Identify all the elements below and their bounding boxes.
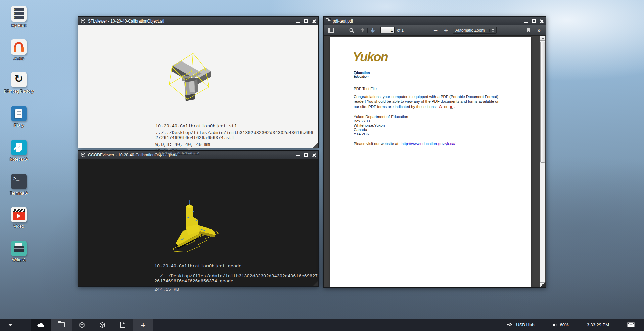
clock-status[interactable]: 3:33:29 PM bbox=[587, 322, 609, 327]
close-button[interactable] bbox=[540, 19, 544, 23]
logo-education-fr: Éducation bbox=[354, 75, 368, 78]
pdf-document-icon bbox=[326, 18, 330, 24]
stl-filename: 10-20-40-CalibrationObject.stl bbox=[155, 124, 237, 129]
cloud-icon bbox=[37, 322, 45, 328]
address-line: Yukon Department of Education bbox=[354, 115, 408, 119]
desktop-icon-video[interactable]: Video bbox=[3, 207, 35, 229]
more-tools-button[interactable]: » bbox=[535, 26, 543, 34]
gcode-render-area[interactable]: 10-20-40-CalibrationObject.gcode ../../D… bbox=[78, 159, 318, 286]
maximize-button[interactable] bbox=[304, 153, 308, 157]
gcode-filename: 10-20-40-CalibrationObject.gcode bbox=[154, 264, 241, 269]
resize-grip[interactable] bbox=[540, 282, 546, 287]
terminal-icon: >_ bbox=[11, 174, 27, 189]
book-icon bbox=[11, 106, 27, 121]
resize-grip[interactable] bbox=[313, 142, 318, 148]
usb-status[interactable]: USB Hub bbox=[507, 322, 534, 327]
resize-grip[interactable] bbox=[313, 281, 318, 286]
search-button[interactable] bbox=[348, 26, 355, 34]
zoom-in-button[interactable]: + bbox=[442, 26, 450, 34]
search-icon bbox=[349, 28, 354, 33]
page-down-button[interactable] bbox=[369, 26, 376, 34]
taskbar: + USB Hub 60% 3:33:29 PM bbox=[0, 319, 644, 331]
stl-path-line2: 2726174696f6e4f626a656374.stl bbox=[155, 135, 234, 140]
select-spinner-icon bbox=[489, 29, 494, 32]
clapperboard-icon bbox=[11, 207, 27, 222]
close-button[interactable] bbox=[312, 153, 316, 157]
zoom-level-select[interactable]: Automatic Zoom bbox=[453, 27, 497, 34]
taskbar-stlviewer-button[interactable] bbox=[72, 319, 92, 331]
plus-icon: + bbox=[140, 321, 146, 329]
taskbar-pdfviewer-button[interactable] bbox=[112, 319, 133, 331]
address-line: Canada bbox=[354, 128, 408, 132]
pdf-viewer-window: pdf-test.pdf bbox=[323, 16, 546, 288]
stl-viewer-window: STLviewer - 10-20-40-CalibrationObject.s… bbox=[78, 16, 319, 148]
pdf-window-titlebar[interactable]: pdf-test.pdf bbox=[324, 17, 546, 25]
minus-icon: − bbox=[433, 27, 438, 33]
page-up-button[interactable] bbox=[359, 26, 366, 34]
doc-paragraph: Congratulations, your computer is equipp… bbox=[354, 94, 505, 109]
address-line: Y1A 2C6 bbox=[354, 132, 408, 136]
desktop-icon-my-host[interactable]: My Host bbox=[3, 6, 35, 28]
sidebar-toggle-button[interactable] bbox=[327, 26, 334, 34]
desktop-icon-filary[interactable]: Filary bbox=[3, 106, 35, 128]
doc-website-line: Please visit our website at: http://www.… bbox=[354, 141, 455, 146]
pdf-toolbar: of 1 − + Automatic Zoom » bbox=[324, 25, 546, 36]
bookmark-icon bbox=[526, 28, 531, 33]
icon-label: Video bbox=[3, 224, 35, 229]
zoom-out-button[interactable]: − bbox=[432, 26, 439, 34]
sidebar-toggle-icon bbox=[328, 28, 334, 33]
icon-label: My Host bbox=[3, 23, 35, 28]
icon-label: 10-20-40-Ca bbox=[177, 151, 201, 155]
address-line: Whitehorse,Yukon bbox=[354, 123, 408, 128]
bookmark-button[interactable] bbox=[525, 26, 532, 34]
gcode-path-line1: ../../Desktop/files/admin/inith31302d323… bbox=[154, 274, 318, 279]
icon-label: Audio bbox=[3, 56, 35, 61]
volume-label: 60% bbox=[560, 322, 568, 327]
taskbar-new-button[interactable]: + bbox=[133, 319, 153, 331]
minimize-button[interactable] bbox=[296, 22, 300, 23]
website-link[interactable]: http://www.education.gov.yk.ca/ bbox=[402, 142, 455, 146]
volume-status[interactable]: 60% bbox=[552, 322, 568, 327]
minimize-button[interactable] bbox=[524, 22, 528, 23]
arrow-down-icon bbox=[370, 28, 375, 33]
icon-label: TerminalA bbox=[3, 191, 35, 196]
taskbar-collapse-button[interactable] bbox=[0, 319, 20, 331]
icon-label: Filary bbox=[3, 123, 35, 128]
icon-label: NotepadA bbox=[3, 157, 35, 162]
taskbar-files-button[interactable] bbox=[51, 319, 72, 331]
stl-window-titlebar[interactable]: STLviewer - 10-20-40-CalibrationObject.s… bbox=[78, 17, 318, 25]
usb-label: USB Hub bbox=[516, 322, 534, 327]
maximize-button[interactable] bbox=[532, 19, 536, 23]
scrollbar-thumb[interactable] bbox=[540, 42, 545, 163]
pdf-content-area[interactable]: Yukon Education Éducation PDF Test File … bbox=[324, 36, 546, 287]
desktop-icon-writera[interactable]: WriterA bbox=[3, 241, 35, 262]
maximize-button[interactable] bbox=[304, 19, 308, 23]
stl-render-area[interactable]: 10-20-40-CalibrationObject.stl ../../Des… bbox=[78, 25, 318, 148]
envelope-icon bbox=[627, 322, 635, 327]
note-pencil-icon bbox=[11, 140, 27, 155]
vertical-scrollbar[interactable] bbox=[540, 36, 545, 287]
taskbar-cloud-button[interactable] bbox=[31, 319, 51, 331]
cube-icon bbox=[99, 322, 105, 328]
desktop-icon-audio[interactable]: Audio bbox=[3, 39, 35, 61]
address-line: Box 2703 bbox=[354, 119, 408, 123]
desktop: My Host Audio ↻ FFmpeg Factory Filary No… bbox=[0, 0, 644, 331]
desktop-icon-notepada[interactable]: NotepadA bbox=[3, 140, 35, 162]
icon-label: WriterA bbox=[3, 258, 35, 262]
clock-label: 3:33:29 PM bbox=[587, 322, 609, 327]
page-count-label: of 1 bbox=[397, 28, 404, 33]
window-title: pdf-test.pdf bbox=[333, 19, 353, 24]
pdf-form-icon bbox=[450, 105, 453, 109]
close-button[interactable] bbox=[312, 19, 316, 23]
page-number-input[interactable] bbox=[380, 27, 395, 33]
desktop-icon-terminala[interactable]: >_ TerminalA bbox=[3, 174, 35, 196]
desktop-icon-ffmpeg-factory[interactable]: ↻ FFmpeg Factory bbox=[3, 72, 35, 94]
arrow-up-icon bbox=[360, 28, 365, 33]
paragraph-line: reader! You should be able to view any o… bbox=[354, 99, 505, 104]
scroll-up-button[interactable] bbox=[540, 36, 545, 41]
chevron-down-icon bbox=[8, 324, 13, 326]
minimize-button[interactable] bbox=[296, 155, 300, 156]
mail-status[interactable] bbox=[627, 322, 635, 327]
taskbar-gcodeviewer-button[interactable] bbox=[92, 319, 112, 331]
doc-address: Yukon Department of Education Box 2703 W… bbox=[354, 115, 408, 136]
